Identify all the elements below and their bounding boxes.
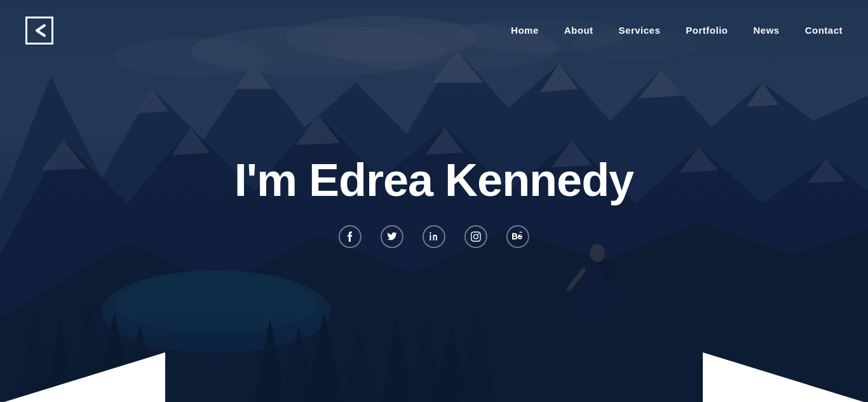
social-twitter[interactable] xyxy=(381,225,403,248)
nav-portfolio[interactable]: Portfolio xyxy=(686,25,728,36)
social-behance[interactable] xyxy=(506,225,529,248)
hero-title: I'm Edrea Kennedy xyxy=(234,154,634,206)
hero-section: Home About Services Portfolio News Conta… xyxy=(0,0,868,402)
nav-services[interactable]: Services xyxy=(619,25,661,36)
social-facebook[interactable] xyxy=(339,225,362,248)
navbar: Home About Services Portfolio News Conta… xyxy=(0,0,868,60)
nav-contact[interactable]: Contact xyxy=(805,25,843,36)
social-icons xyxy=(234,225,634,248)
logo[interactable] xyxy=(25,17,53,45)
hero-content: I'm Edrea Kennedy xyxy=(234,154,634,248)
social-instagram[interactable] xyxy=(465,225,487,248)
nav-about[interactable]: About xyxy=(564,25,593,36)
nav-links: Home About Services Portfolio News Conta… xyxy=(511,25,843,36)
nav-home[interactable]: Home xyxy=(511,25,539,36)
nav-news[interactable]: News xyxy=(753,25,779,36)
social-linkedin[interactable] xyxy=(423,225,445,248)
